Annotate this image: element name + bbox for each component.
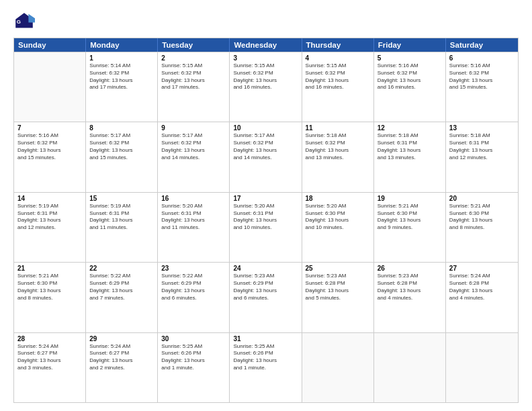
cell-line: Sunset: 6:28 PM: [449, 280, 515, 287]
cell-line: Daylight: 13 hours: [161, 77, 226, 85]
cell-line: and 13 minutes.: [378, 154, 442, 162]
cell-line: Daylight: 13 hours: [449, 287, 515, 295]
cell-line: and 6 minutes.: [161, 295, 226, 302]
cell-line: Sunrise: 5:23 AM: [233, 273, 298, 280]
cell-line: Daylight: 13 hours: [233, 77, 298, 85]
day-cell-28: 28Sunrise: 5:24 AMSunset: 6:27 PMDayligh…: [14, 333, 86, 402]
cell-line: Daylight: 13 hours: [233, 217, 298, 224]
day-cell-30: 30Sunrise: 5:25 AMSunset: 6:26 PMDayligh…: [158, 333, 230, 402]
day-cell-25: 25Sunrise: 5:23 AMSunset: 6:28 PMDayligh…: [302, 263, 374, 332]
day-number: 24: [233, 265, 298, 272]
day-number: 12: [378, 124, 442, 132]
cell-line: and 6 minutes.: [233, 295, 298, 302]
cell-line: Sunrise: 5:14 AM: [89, 62, 154, 70]
cell-line: and 4 minutes.: [378, 295, 442, 302]
day-of-week-friday: Friday: [374, 38, 446, 52]
calendar: SundayMondayTuesdayWednesdayThursdayFrid…: [13, 38, 519, 403]
cell-line: and 16 minutes.: [378, 84, 442, 91]
header: G: [13, 11, 519, 32]
day-number: 1: [89, 54, 154, 62]
day-number: 28: [17, 335, 82, 342]
day-number: 20: [449, 195, 515, 202]
day-cell-3: 3Sunrise: 5:15 AMSunset: 6:32 PMDaylight…: [230, 52, 302, 122]
cell-line: Sunrise: 5:17 AM: [89, 132, 154, 140]
day-cell-17: 17Sunrise: 5:20 AMSunset: 6:31 PMDayligh…: [230, 193, 302, 262]
cell-line: Sunset: 6:27 PM: [17, 350, 82, 357]
day-cell-10: 10Sunrise: 5:17 AMSunset: 6:32 PMDayligh…: [230, 122, 302, 191]
cell-line: Sunrise: 5:24 AM: [89, 343, 154, 351]
cell-line: Daylight: 13 hours: [17, 357, 82, 365]
calendar-body: 1Sunrise: 5:14 AMSunset: 6:32 PMDaylight…: [14, 52, 518, 402]
cell-line: and 17 minutes.: [161, 84, 226, 91]
empty-cell: [446, 333, 518, 402]
day-number: 2: [161, 54, 226, 62]
cell-line: and 15 minutes.: [449, 84, 515, 91]
day-number: 9: [161, 124, 226, 132]
day-cell-31: 31Sunrise: 5:25 AMSunset: 6:26 PMDayligh…: [230, 333, 302, 402]
day-cell-2: 2Sunrise: 5:15 AMSunset: 6:32 PMDaylight…: [158, 52, 230, 122]
cell-line: Sunset: 6:28 PM: [306, 280, 370, 287]
day-number: 19: [378, 195, 442, 202]
cell-line: and 14 minutes.: [161, 154, 226, 162]
cell-line: Sunrise: 5:25 AM: [161, 343, 226, 351]
day-of-week-monday: Monday: [86, 38, 158, 52]
day-cell-12: 12Sunrise: 5:18 AMSunset: 6:31 PMDayligh…: [374, 122, 446, 191]
cell-line: Sunrise: 5:22 AM: [89, 273, 154, 280]
cell-line: and 8 minutes.: [449, 224, 515, 232]
cell-line: Daylight: 13 hours: [89, 217, 154, 224]
day-number: 13: [449, 124, 515, 132]
cell-line: and 5 minutes.: [306, 295, 370, 302]
cell-line: Sunrise: 5:18 AM: [378, 132, 442, 140]
day-number: 16: [161, 195, 226, 202]
cell-line: Daylight: 13 hours: [306, 287, 370, 295]
cell-line: and 14 minutes.: [233, 154, 298, 162]
day-number: 25: [306, 265, 370, 272]
cell-line: Daylight: 13 hours: [378, 287, 442, 295]
day-number: 14: [17, 195, 82, 202]
cell-line: Sunrise: 5:22 AM: [161, 273, 226, 280]
day-number: 3: [233, 54, 298, 62]
day-of-week-sunday: Sunday: [14, 38, 86, 52]
cell-line: Sunset: 6:31 PM: [233, 210, 298, 218]
cell-line: Sunrise: 5:23 AM: [306, 273, 370, 280]
cell-line: and 15 minutes.: [17, 154, 82, 162]
cell-line: and 10 minutes.: [306, 224, 370, 232]
cell-line: Daylight: 13 hours: [378, 147, 442, 154]
day-number: 18: [306, 195, 370, 202]
day-cell-21: 21Sunrise: 5:21 AMSunset: 6:30 PMDayligh…: [14, 263, 86, 332]
cell-line: Daylight: 13 hours: [17, 287, 82, 295]
cell-line: Sunset: 6:27 PM: [89, 350, 154, 357]
cell-line: and 1 minute.: [233, 365, 298, 372]
day-cell-24: 24Sunrise: 5:23 AMSunset: 6:29 PMDayligh…: [230, 263, 302, 332]
day-number: 30: [161, 335, 226, 342]
cell-line: and 10 minutes.: [233, 224, 298, 232]
cell-line: Daylight: 13 hours: [306, 77, 370, 85]
cell-line: Sunset: 6:32 PM: [306, 70, 370, 77]
cell-line: and 17 minutes.: [89, 84, 154, 91]
cell-line: Daylight: 13 hours: [17, 147, 82, 154]
cell-line: Sunset: 6:32 PM: [449, 70, 515, 77]
cell-line: Sunset: 6:31 PM: [17, 210, 82, 218]
cell-line: Daylight: 13 hours: [306, 217, 370, 224]
cell-line: and 3 minutes.: [17, 365, 82, 372]
cell-line: Daylight: 13 hours: [89, 287, 154, 295]
cell-line: Sunrise: 5:19 AM: [17, 203, 82, 210]
day-of-week-tuesday: Tuesday: [158, 38, 230, 52]
day-number: 29: [89, 335, 154, 342]
day-cell-5: 5Sunrise: 5:16 AMSunset: 6:32 PMDaylight…: [374, 52, 446, 122]
empty-cell: [302, 333, 374, 402]
cell-line: Sunset: 6:32 PM: [306, 140, 370, 147]
cell-line: Sunrise: 5:16 AM: [378, 62, 442, 70]
cell-line: Sunset: 6:30 PM: [449, 210, 515, 218]
day-number: 10: [233, 124, 298, 132]
cell-line: and 15 minutes.: [89, 154, 154, 162]
cell-line: Sunset: 6:31 PM: [449, 140, 515, 147]
day-of-week-thursday: Thursday: [302, 38, 374, 52]
empty-cell: [14, 52, 86, 122]
day-of-week-saturday: Saturday: [446, 38, 518, 52]
cell-line: Sunset: 6:32 PM: [17, 140, 82, 147]
cell-line: Sunset: 6:30 PM: [17, 280, 82, 287]
cell-line: Sunset: 6:29 PM: [161, 280, 226, 287]
cell-line: Sunrise: 5:16 AM: [449, 62, 515, 70]
day-number: 8: [89, 124, 154, 132]
